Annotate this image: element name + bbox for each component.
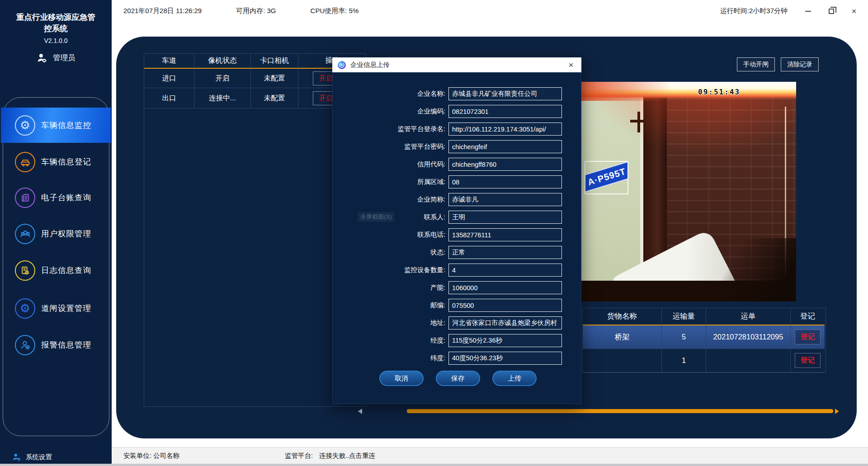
video-timestamp: 09:51:43 [698, 88, 740, 96]
scroll-right-arrow[interactable] [835, 409, 839, 414]
company-code-input[interactable] [448, 105, 562, 118]
sidebar-item-vehicle-register[interactable]: 车辆信息登记 [1, 149, 111, 175]
register-cell: 登记 [791, 325, 825, 349]
platform-login-input[interactable] [448, 122, 562, 136]
company-short-name-label: 企业简称: [333, 195, 448, 204]
postcode-input[interactable] [448, 299, 562, 312]
horizontal-scrollbar-thumb[interactable] [407, 409, 833, 413]
log-icon [15, 260, 35, 281]
longitude-label: 经度: [333, 336, 448, 345]
upload-button[interactable]: 上传 [492, 371, 537, 386]
status-input[interactable] [448, 246, 562, 259]
lane-cell: 出口 [144, 88, 194, 108]
sidebar-item-label: 日志信息查询 [41, 265, 91, 276]
camera-video-feed: 09:51:43 A·P595T [581, 82, 796, 301]
form-row: 联系电话: [333, 228, 581, 241]
title-bar: 2021年07月28日 11:26:29 可用内存: 3G CPU使用率: 5%… [112, 0, 868, 22]
contact-person-input[interactable] [448, 211, 562, 224]
video-shadow [715, 238, 796, 301]
register-col-header: 登记 [791, 308, 825, 325]
form-row: 邮编: [333, 299, 581, 312]
platform-reconnect-link[interactable]: 连接失败..点击重连 [319, 452, 375, 459]
gear-icon: ⚙ [15, 298, 35, 319]
alarm-user-icon [15, 335, 35, 355]
memory-text: 可用内存: 3G [236, 7, 276, 15]
save-button[interactable]: 保存 [436, 371, 480, 386]
camera-status-cell: 开启 [194, 69, 251, 88]
close-icon: × [851, 7, 856, 15]
form-row: 产能: [333, 281, 581, 294]
lane-cell: 进口 [144, 69, 194, 88]
register-button[interactable]: 登记 [795, 329, 821, 344]
close-window-button[interactable]: × [846, 4, 862, 19]
device-count-input[interactable] [448, 264, 562, 277]
postcode-label: 邮编: [333, 301, 448, 310]
transport-qty-cell: 5 [662, 325, 706, 349]
platform-password-input[interactable] [448, 140, 562, 153]
enterprise-info-upload-dialog: 企业信息上传 × 企业名称: 企业编码: 监管平台登录名: 监管平台密码: 信用… [332, 57, 581, 404]
status-label: 状态: [333, 248, 448, 257]
window-controls: × [800, 4, 862, 19]
register-cell: 登记 [791, 349, 825, 372]
dialog-app-icon [337, 61, 346, 70]
sidebar-item-alarm-management[interactable]: 报警信息管理 [1, 332, 111, 358]
contact-phone-input[interactable] [448, 228, 562, 241]
ledger-icon [15, 188, 35, 208]
gear-icon: ⚙ [15, 115, 35, 136]
status-bar: 安装单位: 公司名称 监管平台: 连接失败..点击重连 [112, 447, 868, 464]
latitude-input[interactable] [448, 352, 562, 365]
form-row: 地址: [333, 316, 581, 329]
region-input[interactable] [448, 175, 562, 188]
capacity-label: 产能: [333, 283, 448, 292]
users-icon [15, 224, 35, 244]
form-row: 监控设备数量: [333, 264, 581, 277]
sidebar-item-vehicle-monitor[interactable]: ⚙ 车辆信息监控 [1, 108, 111, 143]
restore-icon [829, 9, 834, 14]
company-short-name-input[interactable] [448, 193, 562, 206]
checkpoint-camera-col-header: 卡口相机 [251, 54, 298, 69]
scroll-left-arrow[interactable] [358, 409, 362, 414]
sidebar-item-label: 用户权限管理 [41, 228, 91, 239]
form-row: 所属区域: [333, 175, 581, 188]
dialog-close-button[interactable]: × [564, 59, 578, 71]
sidebar-item-label: 电子台账查询 [41, 192, 91, 203]
platform-status-group: 监管平台: 连接失败..点击重连 [285, 452, 375, 460]
sidebar-item-label: 车辆信息监控 [41, 120, 91, 131]
platform-password-label: 监管平台密码: [333, 142, 448, 151]
sidebar-item-log-query[interactable]: 日志信息查询 [1, 257, 111, 283]
manual-open-gate-button[interactable]: 手动开闸 [737, 57, 775, 71]
restore-button[interactable] [824, 4, 839, 19]
register-button[interactable]: 登记 [795, 353, 821, 368]
datetime-text: 2021年07月28日 11:26:29 [123, 7, 202, 15]
plate-detection-box: A·P595T [585, 161, 628, 194]
form-row: 监管平台登录名: [333, 122, 581, 136]
camera-status-cell: 连接中... [194, 88, 251, 108]
longitude-input[interactable] [448, 334, 562, 347]
device-count-label: 监控设备数量: [333, 266, 448, 274]
checkpoint-cell: 未配置 [251, 88, 298, 108]
waybill-cell [706, 349, 791, 372]
address-label: 地址: [333, 319, 448, 327]
credit-code-input[interactable] [448, 158, 562, 171]
platform-label: 监管平台: [285, 452, 313, 459]
latitude-label: 纬度: [333, 354, 448, 362]
minimize-icon [805, 11, 811, 12]
clear-records-button[interactable]: 清除记录 [781, 57, 819, 71]
region-label: 所属区域: [333, 178, 448, 186]
cpu-text: CPU使用率: 5% [311, 7, 359, 15]
address-input[interactable] [448, 316, 562, 329]
sidebar-item-user-permissions[interactable]: 用户权限管理 [1, 221, 111, 247]
sidebar-item-ledger-query[interactable]: 电子台账查询 [1, 184, 111, 211]
cargo-name-cell [583, 349, 662, 372]
camera-status-col-header: 像机状态 [194, 54, 251, 69]
company-name-input[interactable] [448, 87, 562, 100]
system-settings[interactable]: 系统设置 [12, 452, 52, 462]
minimize-button[interactable] [800, 4, 816, 19]
user-role-label: 管理员 [53, 53, 75, 63]
capacity-input[interactable] [448, 281, 562, 294]
cargo-table: 货物名称 运输量 运单 登记 桥架 5 20210728103112095 登记… [582, 308, 826, 373]
dialog-body: 企业名称: 企业编码: 监管平台登录名: 监管平台密码: 信用代码: 所属区域: [332, 72, 581, 404]
car-icon [15, 152, 35, 172]
sidebar-item-gate-settings[interactable]: ⚙ 道闸设置管理 [1, 295, 111, 321]
cancel-button[interactable]: 取消 [379, 371, 424, 386]
